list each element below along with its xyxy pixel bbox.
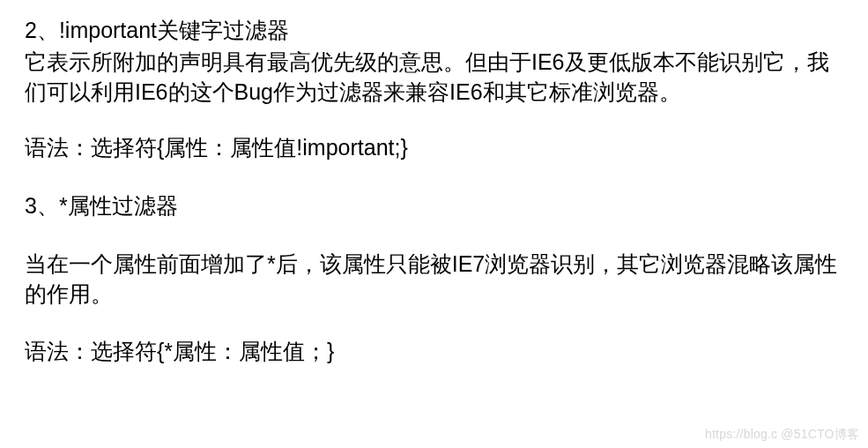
section-2-paragraph: 它表示所附加的声明具有最高优先级的意思。但由于IE6及更低版本不能识别它，我们可… xyxy=(25,48,843,108)
section-3-title: 3、*属性过滤器 xyxy=(25,191,843,221)
section-3-syntax: 语法：选择符{*属性：属性值；} xyxy=(25,337,843,367)
section-2-syntax: 语法：选择符{属性：属性值!important;} xyxy=(25,133,843,163)
watermark: https://blog.c @51CTO博客 xyxy=(705,426,859,443)
section-3-paragraph: 当在一个属性前面增加了*后，该属性只能被IE7浏览器识别，其它浏览器混略该属性的… xyxy=(25,250,843,310)
section-2-title: 2、!important关键字过滤器 xyxy=(25,16,843,46)
